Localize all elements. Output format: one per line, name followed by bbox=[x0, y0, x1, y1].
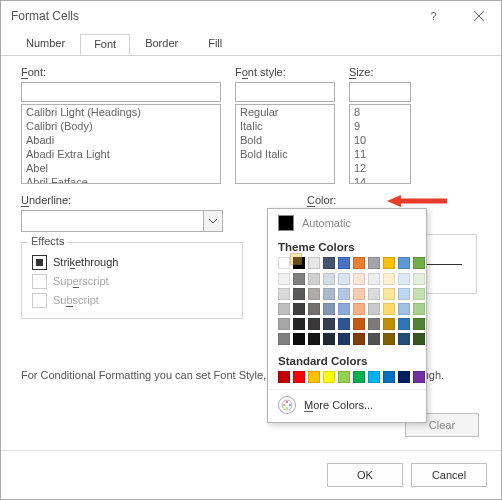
color-swatch[interactable] bbox=[398, 318, 410, 330]
color-swatch[interactable] bbox=[278, 303, 290, 315]
color-swatch[interactable] bbox=[398, 303, 410, 315]
list-item[interactable]: Calibri Light (Headings) bbox=[22, 105, 220, 119]
color-swatch[interactable] bbox=[308, 303, 320, 315]
color-swatch[interactable] bbox=[383, 333, 395, 345]
underline-dropdown[interactable] bbox=[21, 210, 223, 232]
color-swatch[interactable] bbox=[413, 371, 425, 383]
font-style-input[interactable] bbox=[235, 82, 335, 102]
color-swatch[interactable] bbox=[383, 371, 395, 383]
color-swatch[interactable] bbox=[293, 303, 305, 315]
color-swatch[interactable] bbox=[338, 333, 350, 345]
color-swatch[interactable] bbox=[308, 333, 320, 345]
color-swatch[interactable] bbox=[383, 318, 395, 330]
color-swatch[interactable] bbox=[353, 333, 365, 345]
color-swatch[interactable] bbox=[368, 318, 380, 330]
color-swatch[interactable] bbox=[398, 288, 410, 300]
color-swatch[interactable] bbox=[338, 371, 350, 383]
more-colors-option[interactable]: More Colors... bbox=[268, 389, 426, 416]
color-swatch[interactable] bbox=[338, 303, 350, 315]
color-swatch[interactable] bbox=[338, 288, 350, 300]
cancel-button[interactable]: Cancel bbox=[411, 463, 487, 487]
color-swatch[interactable] bbox=[383, 303, 395, 315]
list-item[interactable]: Abril Fatface bbox=[22, 175, 220, 184]
color-swatch[interactable] bbox=[413, 333, 425, 345]
color-swatch[interactable] bbox=[278, 257, 290, 269]
list-item[interactable]: Abadi Extra Light bbox=[22, 147, 220, 161]
color-swatch[interactable] bbox=[308, 273, 320, 285]
color-swatch[interactable] bbox=[338, 257, 350, 269]
list-item[interactable]: Bold Italic bbox=[236, 147, 334, 161]
color-swatch[interactable] bbox=[413, 303, 425, 315]
tab-border[interactable]: Border bbox=[130, 31, 193, 55]
color-swatch[interactable] bbox=[368, 333, 380, 345]
color-swatch[interactable] bbox=[413, 318, 425, 330]
color-swatch[interactable] bbox=[308, 288, 320, 300]
color-swatch[interactable] bbox=[278, 318, 290, 330]
list-item[interactable]: 9 bbox=[350, 119, 410, 133]
color-swatch[interactable] bbox=[383, 288, 395, 300]
color-swatch[interactable] bbox=[323, 371, 335, 383]
tab-font[interactable]: Font bbox=[80, 34, 130, 55]
color-automatic-option[interactable]: Automatic bbox=[268, 209, 426, 237]
color-swatch[interactable] bbox=[308, 318, 320, 330]
color-swatch[interactable] bbox=[278, 371, 290, 383]
color-swatch[interactable] bbox=[368, 273, 380, 285]
color-swatch[interactable] bbox=[293, 273, 305, 285]
ok-button[interactable]: OK bbox=[327, 463, 403, 487]
color-swatch[interactable] bbox=[398, 257, 410, 269]
color-swatch[interactable] bbox=[308, 257, 320, 269]
color-swatch[interactable] bbox=[293, 318, 305, 330]
color-swatch[interactable] bbox=[353, 273, 365, 285]
strikethrough-checkbox[interactable]: Strikethrough bbox=[32, 255, 232, 270]
size-list[interactable]: 8 9 10 11 12 14 bbox=[349, 104, 411, 184]
list-item[interactable]: 8 bbox=[350, 105, 410, 119]
color-swatch[interactable] bbox=[323, 257, 335, 269]
font-list[interactable]: Calibri Light (Headings) Calibri (Body) … bbox=[21, 104, 221, 184]
list-item[interactable]: Italic bbox=[236, 119, 334, 133]
color-swatch[interactable] bbox=[413, 273, 425, 285]
color-swatch[interactable] bbox=[308, 371, 320, 383]
color-swatch[interactable] bbox=[353, 288, 365, 300]
color-swatch[interactable] bbox=[338, 273, 350, 285]
color-swatch[interactable] bbox=[323, 303, 335, 315]
color-swatch[interactable] bbox=[278, 333, 290, 345]
color-swatch[interactable] bbox=[383, 257, 395, 269]
color-swatch[interactable] bbox=[398, 273, 410, 285]
list-item[interactable]: Abel bbox=[22, 161, 220, 175]
list-item[interactable]: 14 bbox=[350, 175, 410, 184]
color-swatch[interactable] bbox=[353, 303, 365, 315]
color-swatch[interactable] bbox=[353, 318, 365, 330]
color-swatch[interactable] bbox=[353, 371, 365, 383]
font-input[interactable] bbox=[21, 82, 221, 102]
color-swatch[interactable] bbox=[368, 303, 380, 315]
color-swatch[interactable] bbox=[398, 333, 410, 345]
font-style-list[interactable]: Regular Italic Bold Bold Italic bbox=[235, 104, 335, 184]
color-swatch[interactable] bbox=[413, 288, 425, 300]
close-button[interactable] bbox=[456, 1, 501, 31]
color-swatch[interactable] bbox=[293, 288, 305, 300]
tab-fill[interactable]: Fill bbox=[193, 31, 237, 55]
color-swatch[interactable] bbox=[383, 273, 395, 285]
tab-number[interactable]: Number bbox=[11, 31, 80, 55]
color-swatch[interactable] bbox=[293, 371, 305, 383]
color-swatch[interactable] bbox=[368, 288, 380, 300]
color-swatch[interactable] bbox=[368, 257, 380, 269]
color-swatch[interactable] bbox=[413, 257, 425, 269]
color-swatch[interactable] bbox=[398, 371, 410, 383]
list-item[interactable]: Regular bbox=[236, 105, 334, 119]
color-swatch[interactable] bbox=[323, 288, 335, 300]
list-item[interactable]: 11 bbox=[350, 147, 410, 161]
list-item[interactable]: Bold bbox=[236, 133, 334, 147]
color-swatch[interactable] bbox=[323, 333, 335, 345]
color-swatch[interactable] bbox=[338, 318, 350, 330]
list-item[interactable]: Calibri (Body) bbox=[22, 119, 220, 133]
color-swatch[interactable] bbox=[323, 318, 335, 330]
color-swatch[interactable] bbox=[368, 371, 380, 383]
color-swatch[interactable] bbox=[353, 257, 365, 269]
list-item[interactable]: 12 bbox=[350, 161, 410, 175]
color-swatch[interactable] bbox=[278, 288, 290, 300]
help-button[interactable]: ? bbox=[411, 1, 456, 31]
list-item[interactable]: 10 bbox=[350, 133, 410, 147]
color-swatch[interactable] bbox=[323, 273, 335, 285]
list-item[interactable]: Abadi bbox=[22, 133, 220, 147]
